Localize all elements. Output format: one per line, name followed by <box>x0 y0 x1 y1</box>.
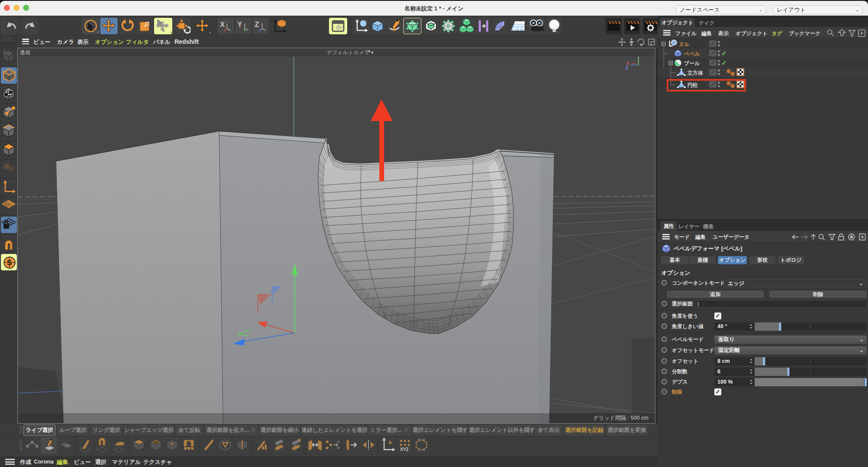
svg-text:透視: 透視 <box>20 49 30 56</box>
svg-text:X: X <box>220 21 225 28</box>
svg-text:Z: Z <box>625 65 628 70</box>
svg-text:S: S <box>7 259 12 267</box>
svg-text:Z: Z <box>255 21 259 28</box>
svg-text:グリッド間隔 : 500 cm: グリッド間隔 : 500 cm <box>593 415 648 421</box>
svg-text:XYZ: XYZ <box>400 447 408 452</box>
svg-text:Y: Y <box>237 21 242 28</box>
svg-text:デフォルトカメラ: デフォルトカメラ <box>327 49 369 56</box>
